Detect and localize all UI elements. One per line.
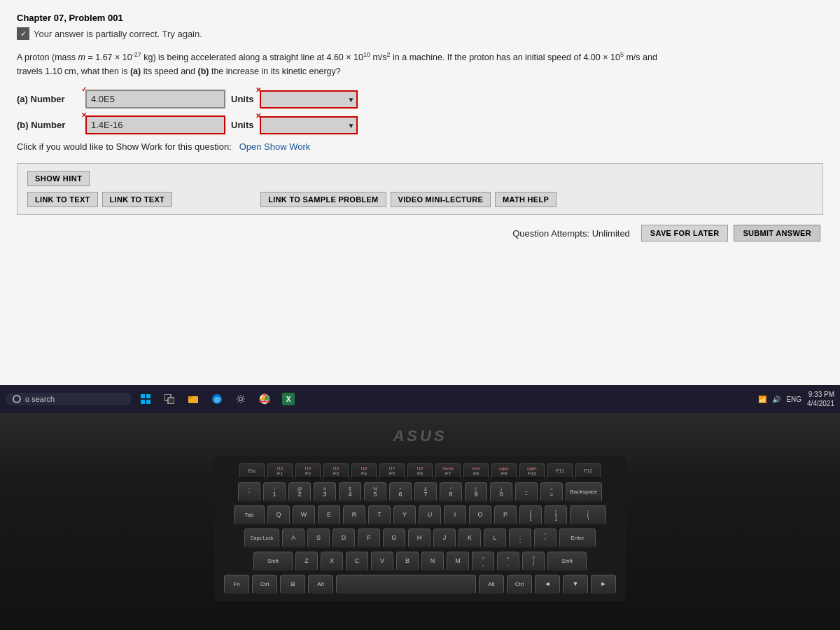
key-6[interactable]: ^6 bbox=[389, 482, 412, 502]
part-a-error-badge: ✓ bbox=[81, 85, 87, 93]
key-ctrl-left[interactable]: Ctrl bbox=[252, 575, 277, 594]
part-b-units-select[interactable] bbox=[260, 116, 358, 134]
key-caps-lock[interactable]: Caps Lock bbox=[244, 528, 279, 548]
taskbar: o search bbox=[0, 385, 840, 413]
part-a-units-select[interactable] bbox=[260, 90, 358, 108]
open-show-work-link[interactable]: Open Show Work bbox=[239, 141, 311, 152]
key-3[interactable]: #3 bbox=[314, 482, 336, 502]
excel-icon[interactable]: X bbox=[279, 389, 298, 409]
key-5[interactable]: %5 bbox=[364, 482, 386, 502]
key-alt-right[interactable]: Alt bbox=[479, 575, 504, 594]
key-t[interactable]: T bbox=[368, 505, 391, 525]
key-f4[interactable]: f16F4 bbox=[351, 463, 377, 479]
chrome-icon[interactable] bbox=[255, 389, 274, 409]
key-n[interactable]: N bbox=[421, 552, 444, 571]
key-f9[interactable]: pgupF9 bbox=[491, 463, 517, 479]
key-7[interactable]: &7 bbox=[414, 482, 437, 502]
link-to-text-2-button[interactable]: LINK TO TEXT bbox=[102, 192, 173, 207]
key-minus[interactable]: _- bbox=[515, 482, 538, 502]
search-bar[interactable]: o search bbox=[6, 393, 132, 405]
task-view-icon[interactable] bbox=[160, 389, 179, 409]
key-arrow-left[interactable]: ◄ bbox=[535, 575, 560, 594]
key-space[interactable] bbox=[336, 575, 476, 594]
key-u[interactable]: U bbox=[419, 505, 441, 525]
key-f7[interactable]: homeF7 bbox=[435, 463, 461, 479]
key-e[interactable]: E bbox=[318, 505, 340, 525]
key-v[interactable]: V bbox=[371, 552, 393, 571]
save-for-later-button[interactable]: SAVE FOR LATER bbox=[641, 225, 729, 241]
key-h[interactable]: H bbox=[408, 528, 430, 548]
key-0[interactable]: )0 bbox=[490, 482, 512, 502]
key-g[interactable]: G bbox=[383, 528, 405, 548]
key-o[interactable]: O bbox=[469, 505, 491, 525]
key-x[interactable]: X bbox=[321, 552, 343, 571]
key-f11[interactable]: F11 bbox=[547, 463, 573, 479]
key-f8[interactable]: endF8 bbox=[463, 463, 489, 479]
key-8[interactable]: *8 bbox=[440, 482, 462, 502]
submit-answer-button[interactable]: SUBMIT ANSWER bbox=[734, 225, 820, 241]
key-b[interactable]: B bbox=[396, 552, 419, 571]
key-arrow-right[interactable]: ► bbox=[591, 575, 616, 594]
key-period[interactable]: >. bbox=[497, 552, 519, 571]
key-f6[interactable]: f18F6 bbox=[407, 463, 433, 479]
key-f5[interactable]: f17F5 bbox=[379, 463, 405, 479]
key-c[interactable]: C bbox=[346, 552, 368, 571]
key-j[interactable]: J bbox=[433, 528, 456, 548]
key-equals[interactable]: += bbox=[540, 482, 563, 502]
math-help-button[interactable]: MATH HELP bbox=[495, 192, 556, 207]
part-b-input[interactable] bbox=[85, 115, 225, 134]
key-tab[interactable]: Tab bbox=[234, 505, 265, 525]
key-f2[interactable]: f14F2 bbox=[295, 463, 321, 479]
key-r[interactable]: R bbox=[343, 505, 365, 525]
key-2[interactable]: @2 bbox=[288, 482, 311, 502]
key-ctrl-right[interactable]: Ctrl bbox=[507, 575, 532, 594]
key-4[interactable]: $4 bbox=[339, 482, 361, 502]
key-a[interactable]: A bbox=[282, 528, 304, 548]
key-p[interactable]: P bbox=[494, 505, 517, 525]
key-fn[interactable]: Fn bbox=[224, 575, 249, 594]
key-enter[interactable]: Enter bbox=[559, 528, 596, 548]
key-m[interactable]: M bbox=[447, 552, 469, 571]
key-f[interactable]: F bbox=[358, 528, 380, 548]
key-backslash[interactable]: |\ bbox=[570, 505, 606, 525]
key-arrow-down[interactable]: ▼ bbox=[563, 575, 588, 594]
key-comma[interactable]: <, bbox=[472, 552, 494, 571]
key-semicolon[interactable]: :; bbox=[509, 528, 531, 548]
link-sample-button[interactable]: LINK TO SAMPLE PROBLEM bbox=[260, 192, 386, 207]
key-i[interactable]: I bbox=[444, 505, 466, 525]
settings-icon[interactable] bbox=[231, 389, 251, 409]
key-quote[interactable]: "' bbox=[534, 528, 556, 548]
key-9[interactable]: (9 bbox=[465, 482, 487, 502]
key-esc[interactable]: Esc bbox=[239, 463, 265, 479]
key-l[interactable]: L bbox=[484, 528, 506, 548]
edge-browser-icon[interactable] bbox=[207, 389, 227, 409]
part-a-input[interactable] bbox=[85, 90, 225, 108]
key-f12[interactable]: F12 bbox=[575, 463, 601, 479]
key-w[interactable]: W bbox=[293, 505, 315, 525]
svg-rect-7 bbox=[188, 398, 198, 403]
key-bracket-right[interactable]: }] bbox=[545, 505, 567, 525]
key-backspace[interactable]: Backspace bbox=[566, 482, 602, 502]
key-shift-left[interactable]: Shift bbox=[253, 552, 293, 571]
windows-icon[interactable] bbox=[136, 389, 155, 409]
key-f3[interactable]: f15F3 bbox=[323, 463, 349, 479]
link-to-text-1-button[interactable]: LINK TO TEXT bbox=[27, 192, 98, 207]
key-1[interactable]: !1 bbox=[263, 482, 286, 502]
key-alt-left[interactable]: Alt bbox=[308, 575, 333, 594]
key-backtick[interactable]: ~` bbox=[238, 482, 260, 502]
key-win[interactable]: ⊞ bbox=[280, 575, 305, 594]
key-y[interactable]: Y bbox=[393, 505, 416, 525]
file-explorer-icon[interactable] bbox=[183, 389, 203, 409]
key-z[interactable]: Z bbox=[295, 552, 318, 571]
video-mini-button[interactable]: VIDEO MINI-LECTURE bbox=[391, 192, 491, 207]
key-k[interactable]: K bbox=[458, 528, 481, 548]
key-f1[interactable]: f13F1 bbox=[267, 463, 293, 479]
key-shift-right[interactable]: Shift bbox=[547, 552, 587, 571]
key-bracket-left[interactable]: {[ bbox=[519, 505, 542, 525]
key-slash[interactable]: ?/ bbox=[522, 552, 545, 571]
show-hint-button[interactable]: SHOW HINT bbox=[27, 171, 90, 186]
key-s[interactable]: S bbox=[307, 528, 330, 548]
key-q[interactable]: Q bbox=[267, 505, 290, 525]
key-d[interactable]: D bbox=[332, 528, 355, 548]
key-f10[interactable]: pgdnF10 bbox=[519, 463, 545, 479]
